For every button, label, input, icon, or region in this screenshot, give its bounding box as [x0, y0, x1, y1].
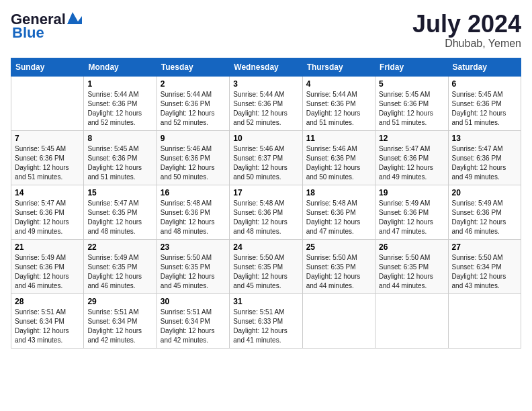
location-subtitle: Dhubab, Yemen: [412, 38, 521, 50]
calendar-cell: 7Sunrise: 5:45 AMSunset: 6:36 PMDaylight…: [11, 130, 84, 185]
svg-marker-0: [67, 12, 82, 24]
day-sun-info: Sunrise: 5:45 AMSunset: 6:36 PMDaylight:…: [452, 90, 517, 128]
day-number: 13: [452, 134, 517, 143]
calendar-cell: 2Sunrise: 5:44 AMSunset: 6:36 PMDaylight…: [157, 76, 229, 130]
day-number: 6: [452, 79, 517, 89]
calendar-cell: 28Sunrise: 5:51 AMSunset: 6:34 PMDayligh…: [11, 293, 84, 348]
calendar-cell: 23Sunrise: 5:50 AMSunset: 6:35 PMDayligh…: [157, 239, 229, 293]
day-number: 23: [161, 242, 226, 252]
weekday-header-wednesday: Wednesday: [230, 58, 302, 76]
calendar-cell: 21Sunrise: 5:49 AMSunset: 6:36 PMDayligh…: [11, 239, 84, 293]
day-sun-info: Sunrise: 5:47 AMSunset: 6:35 PMDaylight:…: [87, 199, 152, 236]
calendar-cell: 24Sunrise: 5:50 AMSunset: 6:35 PMDayligh…: [230, 239, 302, 293]
day-number: 17: [233, 188, 298, 197]
day-sun-info: Sunrise: 5:51 AMSunset: 6:33 PMDaylight:…: [233, 308, 298, 345]
day-sun-info: Sunrise: 5:46 AMSunset: 6:36 PMDaylight:…: [306, 144, 371, 182]
weekday-header-saturday: Saturday: [448, 58, 521, 76]
day-sun-info: Sunrise: 5:49 AMSunset: 6:35 PMDaylight:…: [87, 253, 152, 291]
calendar-cell: 25Sunrise: 5:50 AMSunset: 6:35 PMDayligh…: [302, 239, 375, 293]
calendar-cell: 3Sunrise: 5:44 AMSunset: 6:36 PMDaylight…: [230, 76, 302, 130]
day-sun-info: Sunrise: 5:47 AMSunset: 6:36 PMDaylight:…: [15, 199, 80, 236]
logo-blue: Blue: [12, 24, 44, 42]
calendar-table: SundayMondayTuesdayWednesdayThursdayFrid…: [11, 58, 521, 349]
day-number: 7: [15, 134, 80, 143]
day-number: 19: [379, 188, 444, 197]
month-year-title: July 2024: [412, 11, 521, 38]
day-number: 21: [15, 242, 80, 252]
day-number: 25: [306, 242, 371, 252]
weekday-header-thursday: Thursday: [302, 58, 375, 76]
day-number: 5: [379, 79, 444, 89]
day-sun-info: Sunrise: 5:50 AMSunset: 6:34 PMDaylight:…: [452, 253, 517, 291]
calendar-cell: 31Sunrise: 5:51 AMSunset: 6:33 PMDayligh…: [230, 293, 302, 348]
calendar-cell: 1Sunrise: 5:44 AMSunset: 6:36 PMDaylight…: [84, 76, 157, 130]
calendar-cell: 14Sunrise: 5:47 AMSunset: 6:36 PMDayligh…: [11, 185, 84, 239]
day-sun-info: Sunrise: 5:48 AMSunset: 6:36 PMDaylight:…: [306, 199, 371, 236]
day-number: 11: [306, 134, 371, 143]
weekday-header-sunday: Sunday: [11, 58, 84, 76]
day-sun-info: Sunrise: 5:45 AMSunset: 6:36 PMDaylight:…: [379, 90, 444, 128]
calendar-cell: 22Sunrise: 5:49 AMSunset: 6:35 PMDayligh…: [84, 239, 157, 293]
day-sun-info: Sunrise: 5:47 AMSunset: 6:36 PMDaylight:…: [379, 144, 444, 182]
day-sun-info: Sunrise: 5:46 AMSunset: 6:36 PMDaylight:…: [161, 144, 226, 182]
day-sun-info: Sunrise: 5:51 AMSunset: 6:34 PMDaylight:…: [161, 308, 226, 345]
day-sun-info: Sunrise: 5:47 AMSunset: 6:36 PMDaylight:…: [452, 144, 517, 182]
day-number: 20: [452, 188, 517, 197]
weekday-header-tuesday: Tuesday: [157, 58, 229, 76]
logo: General Blue: [11, 11, 82, 42]
day-number: 2: [161, 79, 226, 89]
calendar-cell: 19Sunrise: 5:49 AMSunset: 6:36 PMDayligh…: [375, 185, 448, 239]
calendar-cell: [448, 293, 521, 348]
calendar-cell: [302, 293, 375, 348]
day-sun-info: Sunrise: 5:45 AMSunset: 6:36 PMDaylight:…: [15, 144, 80, 182]
day-number: 18: [306, 188, 371, 197]
calendar-header-row: SundayMondayTuesdayWednesdayThursdayFrid…: [11, 58, 521, 76]
day-number: 14: [15, 188, 80, 197]
calendar-cell: 16Sunrise: 5:48 AMSunset: 6:36 PMDayligh…: [157, 185, 229, 239]
calendar-week-row: 1Sunrise: 5:44 AMSunset: 6:36 PMDaylight…: [11, 76, 521, 130]
calendar-cell: [375, 293, 448, 348]
calendar-cell: 30Sunrise: 5:51 AMSunset: 6:34 PMDayligh…: [157, 293, 229, 348]
day-sun-info: Sunrise: 5:51 AMSunset: 6:34 PMDaylight:…: [15, 308, 80, 345]
calendar-cell: [11, 76, 84, 130]
day-number: 10: [233, 134, 298, 143]
day-number: 4: [306, 79, 371, 89]
calendar-cell: 8Sunrise: 5:45 AMSunset: 6:36 PMDaylight…: [84, 130, 157, 185]
calendar-cell: 27Sunrise: 5:50 AMSunset: 6:34 PMDayligh…: [448, 239, 521, 293]
title-area: July 2024 Dhubab, Yemen: [412, 11, 521, 50]
day-number: 24: [233, 242, 298, 252]
day-number: 31: [233, 297, 298, 306]
calendar-cell: 10Sunrise: 5:46 AMSunset: 6:37 PMDayligh…: [230, 130, 302, 185]
day-sun-info: Sunrise: 5:48 AMSunset: 6:36 PMDaylight:…: [161, 199, 226, 236]
calendar-cell: 29Sunrise: 5:51 AMSunset: 6:34 PMDayligh…: [84, 293, 157, 348]
calendar-cell: 26Sunrise: 5:50 AMSunset: 6:35 PMDayligh…: [375, 239, 448, 293]
day-number: 29: [87, 297, 152, 306]
weekday-header-monday: Monday: [84, 58, 157, 76]
day-sun-info: Sunrise: 5:44 AMSunset: 6:36 PMDaylight:…: [161, 90, 226, 128]
calendar-cell: 13Sunrise: 5:47 AMSunset: 6:36 PMDayligh…: [448, 130, 521, 185]
day-sun-info: Sunrise: 5:50 AMSunset: 6:35 PMDaylight:…: [161, 253, 226, 291]
calendar-cell: 6Sunrise: 5:45 AMSunset: 6:36 PMDaylight…: [448, 76, 521, 130]
day-number: 26: [379, 242, 444, 252]
calendar-week-row: 21Sunrise: 5:49 AMSunset: 6:36 PMDayligh…: [11, 239, 521, 293]
day-number: 1: [87, 79, 152, 89]
day-number: 15: [87, 188, 152, 197]
page-header: General Blue July 2024 Dhubab, Yemen: [11, 11, 521, 50]
calendar-cell: 4Sunrise: 5:44 AMSunset: 6:36 PMDaylight…: [302, 76, 375, 130]
calendar-cell: 20Sunrise: 5:49 AMSunset: 6:36 PMDayligh…: [448, 185, 521, 239]
calendar-week-row: 7Sunrise: 5:45 AMSunset: 6:36 PMDaylight…: [11, 130, 521, 185]
day-sun-info: Sunrise: 5:44 AMSunset: 6:36 PMDaylight:…: [87, 90, 152, 128]
calendar-cell: 15Sunrise: 5:47 AMSunset: 6:35 PMDayligh…: [84, 185, 157, 239]
calendar-cell: 12Sunrise: 5:47 AMSunset: 6:36 PMDayligh…: [375, 130, 448, 185]
day-number: 27: [452, 242, 517, 252]
weekday-header-friday: Friday: [375, 58, 448, 76]
day-sun-info: Sunrise: 5:51 AMSunset: 6:34 PMDaylight:…: [87, 308, 152, 345]
calendar-cell: 18Sunrise: 5:48 AMSunset: 6:36 PMDayligh…: [302, 185, 375, 239]
day-sun-info: Sunrise: 5:46 AMSunset: 6:37 PMDaylight:…: [233, 144, 298, 182]
day-sun-info: Sunrise: 5:49 AMSunset: 6:36 PMDaylight:…: [379, 199, 444, 236]
day-sun-info: Sunrise: 5:50 AMSunset: 6:35 PMDaylight:…: [233, 253, 298, 291]
calendar-week-row: 14Sunrise: 5:47 AMSunset: 6:36 PMDayligh…: [11, 185, 521, 239]
calendar-cell: 17Sunrise: 5:48 AMSunset: 6:36 PMDayligh…: [230, 185, 302, 239]
calendar-cell: 9Sunrise: 5:46 AMSunset: 6:36 PMDaylight…: [157, 130, 229, 185]
day-sun-info: Sunrise: 5:48 AMSunset: 6:36 PMDaylight:…: [233, 199, 298, 236]
